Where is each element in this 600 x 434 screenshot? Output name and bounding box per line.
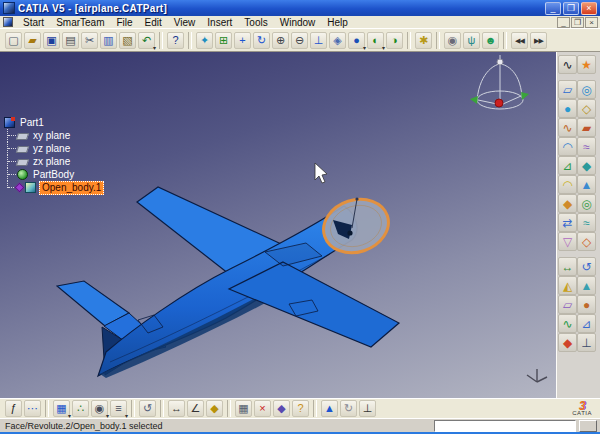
compass-center-dot[interactable] [495, 99, 503, 107]
cut-icon[interactable]: ✂ [81, 32, 98, 49]
menu-smarteam[interactable]: SmarTeam [50, 16, 110, 29]
tree-item-label[interactable]: xy plane [31, 130, 72, 142]
menu-window[interactable]: Window [274, 16, 322, 29]
extract-icon[interactable]: ▲ [577, 175, 596, 194]
formula-icon[interactable]: ƒ [5, 400, 22, 417]
tree-item-label[interactable]: zx plane [31, 156, 72, 168]
disassemble-icon[interactable]: ◇ [577, 232, 596, 251]
zoom-out-icon[interactable]: ⊖ [291, 32, 308, 49]
revolve-surface-icon[interactable]: ◎ [577, 80, 596, 99]
catalog-browser-icon[interactable]: ψ [463, 32, 480, 49]
offset-surface-icon[interactable]: ◇ [577, 99, 596, 118]
translate-icon[interactable]: ↔ [558, 257, 577, 276]
zoom-in-icon[interactable]: ⊕ [272, 32, 289, 49]
extrude-surface-icon[interactable]: ▱ [558, 80, 577, 99]
menu-edit[interactable]: Edit [139, 16, 168, 29]
relations-icon[interactable]: ∴ [72, 400, 89, 417]
fit-all-in-icon[interactable]: ⊞ [215, 32, 232, 49]
pan-icon[interactable]: + [234, 32, 251, 49]
split-icon[interactable]: ⊿ [558, 156, 577, 175]
healing-icon[interactable]: ≈ [577, 213, 596, 232]
edge-fillet-icon[interactable]: ◎ [577, 194, 596, 213]
sketcher-icon[interactable]: ∿ [558, 55, 577, 74]
rotate-view-icon[interactable]: ↻ [253, 32, 270, 49]
dropdown-arrow-icon[interactable]: ▾ [153, 44, 156, 51]
menu-start[interactable]: Start [17, 16, 50, 29]
fill-surface-icon[interactable]: ▰ [577, 118, 596, 137]
title-bar[interactable]: CATIA V5 - [airplane.CATPart] _ ❐ × [0, 0, 600, 16]
airplane-model[interactable] [57, 187, 399, 378]
menu-file[interactable]: File [110, 16, 138, 29]
menu-view[interactable]: View [168, 16, 202, 29]
scaling-icon[interactable]: ▲ [577, 276, 596, 295]
menu-help[interactable]: Help [321, 16, 354, 29]
blend-surface-icon[interactable]: ≈ [577, 137, 596, 156]
dropdown-arrow-icon[interactable]: ▾ [363, 44, 366, 51]
graphic-properties-icon[interactable]: ✱ [415, 32, 432, 49]
undo-icon[interactable]: ↶▾ [138, 32, 155, 49]
open-folder-icon[interactable]: ▰ [24, 32, 41, 49]
copy-icon[interactable]: ▥ [100, 32, 117, 49]
tree-item-open-body-1[interactable]: Open_body.1 [3, 181, 104, 194]
power-input-field[interactable] [434, 420, 576, 432]
mdi-minimize-button[interactable]: _ [557, 17, 570, 28]
shape-fillet-icon[interactable]: ◆ [558, 194, 577, 213]
tree-item-label[interactable]: PartBody [31, 169, 76, 181]
minimize-button[interactable]: _ [545, 2, 561, 15]
restore-button[interactable]: ❐ [563, 2, 579, 15]
tree-item-xy-plane[interactable]: xy plane [3, 129, 104, 142]
depth-effect-icon[interactable]: ◆ [273, 400, 290, 417]
tree-item-part1[interactable]: Part1 [3, 116, 104, 129]
tree-item-partbody[interactable]: PartBody [3, 168, 104, 181]
untrim-icon[interactable]: ▽ [558, 232, 577, 251]
swap-visible-icon[interactable]: ▲ [321, 400, 338, 417]
print-icon[interactable]: ▤ [62, 32, 79, 49]
contextual-help-icon[interactable]: ? [292, 400, 309, 417]
apply-material-icon[interactable]: ◉ [444, 32, 461, 49]
view-compass[interactable] [470, 55, 529, 109]
shape-analysis-icon[interactable]: ▦ [235, 400, 252, 417]
save-icon[interactable]: ▣ [43, 32, 60, 49]
isometric-view-icon[interactable]: ◈ [329, 32, 346, 49]
menu-tools[interactable]: Tools [238, 16, 273, 29]
mdi-restore-button[interactable]: ❐ [571, 17, 584, 28]
whats-this-help-icon[interactable]: ? [167, 32, 184, 49]
tree-item-yz-plane[interactable]: yz plane [3, 142, 104, 155]
mdi-close-button[interactable]: × [585, 17, 598, 28]
menu-insert[interactable]: Insert [201, 16, 238, 29]
document-icon[interactable] [3, 17, 13, 27]
normal-view-icon[interactable]: ⊥ [310, 32, 327, 49]
symmetry-icon[interactable]: ◭ [558, 276, 577, 295]
tree-item-label[interactable]: Open_body.1 [39, 181, 104, 195]
close-button[interactable]: × [581, 2, 597, 15]
fly-through-icon[interactable]: ✦ [196, 32, 213, 49]
trim-icon[interactable]: ◆ [577, 156, 596, 175]
dropdown-arrow-icon[interactable]: ▾ [382, 44, 385, 51]
update-all-icon[interactable]: ↻ [340, 400, 357, 417]
measure-item-icon[interactable]: ∠ [187, 400, 204, 417]
select-icon[interactable]: ★ [577, 55, 596, 74]
remove-analysis-icon[interactable]: × [254, 400, 271, 417]
new-document-icon[interactable]: ▢ [5, 32, 22, 49]
sphere-surface-icon[interactable]: ● [558, 99, 577, 118]
3d-viewport[interactable]: Part1xy planeyz planezx planePartBodyOpe… [0, 52, 556, 398]
axis-system-icon[interactable]: ⊥ [577, 333, 596, 352]
measure-between-icon[interactable]: ↔ [168, 400, 185, 417]
measure-inertia-icon[interactable]: ◆ [206, 400, 223, 417]
sweep-surface-icon[interactable]: ∿ [558, 118, 577, 137]
lock-parameter-icon[interactable]: ◉▾ [91, 400, 108, 417]
affinity-icon[interactable]: ▱ [558, 295, 577, 314]
swap-visible-space-icon[interactable]: ◑ [386, 32, 403, 49]
tree-item-label[interactable]: Part1 [18, 117, 46, 129]
project-curve-icon[interactable]: ⊿ [577, 314, 596, 333]
back-arrow-icon[interactable]: ◀◀ [511, 32, 528, 49]
tree-item-zx-plane[interactable]: zx plane [3, 155, 104, 168]
comment-icon[interactable]: ⋯ [24, 400, 41, 417]
join-icon[interactable]: ⇄ [558, 213, 577, 232]
axes-display-icon[interactable]: ⊥ [359, 400, 376, 417]
smooth-curve-icon[interactable]: ∿ [558, 314, 577, 333]
tree-item-label[interactable]: yz plane [31, 143, 72, 155]
product-browser-icon[interactable]: ☻ [482, 32, 499, 49]
boundary-icon[interactable]: ◠ [558, 175, 577, 194]
rotate-transform-icon[interactable]: ↺ [577, 257, 596, 276]
